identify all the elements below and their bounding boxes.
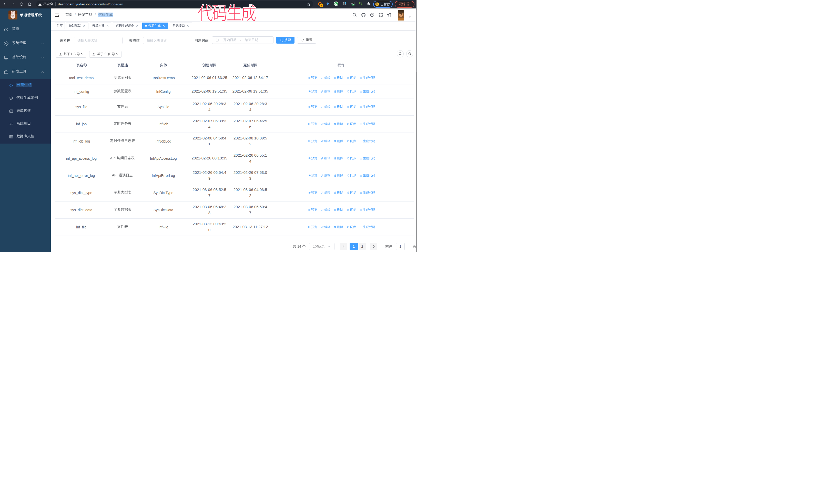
svg-text:on: on [353, 4, 354, 5]
